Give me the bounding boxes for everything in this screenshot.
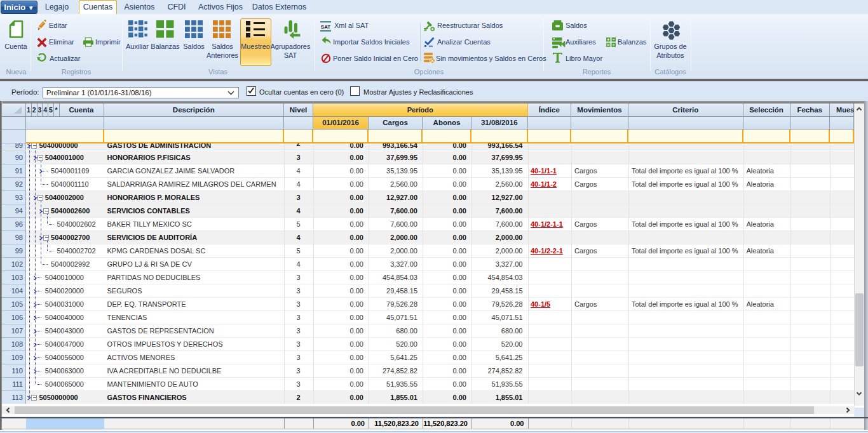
svg-text:SAT: SAT — [321, 24, 331, 30]
